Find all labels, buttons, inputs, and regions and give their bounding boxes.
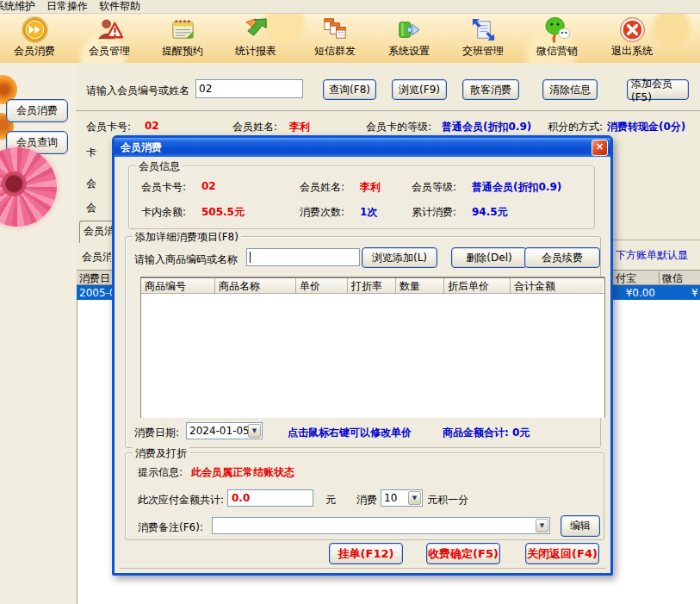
divider: [613, 240, 700, 240]
menu-bar: 系统维护 日常操作 软件帮助: [0, 0, 700, 14]
text-caret: [250, 252, 251, 263]
bg-partial-label: 会: [86, 177, 96, 191]
card-value: 02: [201, 180, 216, 192]
chevron-down-icon[interactable]: ▼: [536, 519, 548, 532]
member-level-value: 普通会员(折扣0.9): [442, 120, 531, 134]
notepad-icon: [154, 16, 211, 43]
dialog-title-bar[interactable]: 会员消费: [115, 138, 610, 157]
exit-icon: [604, 16, 660, 43]
balance-label: 卡内余额:: [141, 205, 186, 220]
group-legend: 会员信息: [136, 159, 183, 174]
bg-col-date: 消费日: [79, 271, 114, 286]
menu-item-software-help[interactable]: 软件帮助: [99, 0, 140, 14]
col-discount-rate[interactable]: 打折率: [348, 278, 396, 293]
hold-order-button[interactable]: 挂单(F12): [329, 543, 403, 564]
col-discounted-price[interactable]: 折后单价: [444, 278, 511, 293]
toolbar-sms[interactable]: 短信群发: [307, 16, 363, 61]
member-name-value: 李利: [289, 120, 310, 134]
toolbar-label: 提醒预约: [154, 44, 211, 59]
search-label: 请输入会员编号或姓名: [86, 84, 189, 98]
member-renew-button[interactable]: 会员续费: [524, 247, 600, 268]
card-label: 会员卡号:: [141, 180, 186, 195]
clear-info-button[interactable]: 清除信息: [542, 79, 598, 100]
toolbar-label: 短信群发: [307, 44, 363, 59]
sidebar-member-consume-button[interactable]: 会员消费: [6, 99, 68, 122]
col-unit-price[interactable]: 单价: [296, 278, 348, 293]
items-table-header: 商品编号 商品名称 单价 打折率 数量 折后单价 合计金额: [141, 278, 604, 294]
amount-due-input[interactable]: 0.0: [227, 489, 313, 507]
points-rate-combobox[interactable]: 10 ▼: [381, 489, 423, 507]
toolbar-reminder[interactable]: 提醒预约: [154, 16, 211, 61]
menu-item-daily-operation[interactable]: 日常操作: [46, 0, 88, 14]
name-label: 会员姓名:: [300, 180, 344, 195]
count-value: 1次: [360, 205, 377, 220]
bg-col-alipay: 付宝: [616, 271, 657, 286]
divider: [120, 568, 605, 569]
bg-cell-date: 2005-0: [79, 287, 114, 299]
points-rate-value: 10: [384, 492, 397, 504]
toolbar-report[interactable]: 统计报表: [227, 16, 284, 61]
member-card-label: 会员卡号:: [86, 120, 131, 134]
note-label: 消费备注(F6):: [138, 520, 203, 535]
tab-member-consume-record[interactable]: 会员消: [79, 221, 115, 243]
toolbar-label: 退出系统: [604, 44, 660, 59]
bg-partial-label: 卡: [86, 146, 96, 160]
member-search-input[interactable]: 02: [195, 79, 303, 98]
edit-note-button[interactable]: 编辑: [561, 515, 600, 537]
toolbar-wechat[interactable]: 微信营销: [529, 16, 585, 61]
member-name-label: 会员姓名:: [232, 120, 277, 134]
fast-forward-icon: [6, 16, 63, 43]
app-window: 系统维护 日常操作 软件帮助 会员消费 会员管理: [0, 0, 700, 604]
group-legend: 添加详细消费项目(F8): [133, 230, 241, 245]
toolbar-settings[interactable]: 系统设置: [381, 16, 437, 61]
walkin-consume-button[interactable]: 散客消费: [462, 79, 519, 100]
member-consume-dialog: 会员消费 × 会员信息 会员卡号: 02 会员姓名: 李利 会员等级: 普通会员…: [112, 135, 613, 576]
col-quantity[interactable]: 数量: [396, 278, 444, 293]
col-total-amount[interactable]: 合计金额: [511, 278, 602, 293]
query-button[interactable]: 查询(F8): [323, 79, 376, 100]
column-divider: [659, 271, 660, 283]
wechat-icon: [529, 16, 585, 43]
consume-note-combobox[interactable]: ▼: [212, 517, 550, 534]
col-product-name[interactable]: 商品名称: [215, 278, 296, 293]
toolbar-member-consume[interactable]: 会员消费: [6, 16, 63, 61]
bill-note-text: 下方账单默认显: [616, 248, 688, 263]
member-alert-icon: [81, 16, 138, 43]
amount-due-label: 此次应付金额共计:: [138, 493, 224, 507]
delete-button[interactable]: 删除(Del): [451, 247, 527, 268]
charge-confirm-button[interactable]: 收费确定(F5): [426, 543, 500, 564]
points-mode-label: 积分的方式:: [548, 120, 603, 134]
menu-item-system-maintenance[interactable]: 系统维护: [0, 0, 35, 14]
toolbar-member-manage[interactable]: 会员管理: [81, 16, 138, 61]
close-icon[interactable]: ×: [592, 140, 608, 156]
consume-date-combobox[interactable]: 2024-01-05 ▼: [186, 422, 263, 439]
toolbar-label: 交班管理: [455, 44, 511, 59]
bg-cell-wechat: ¥: [691, 287, 698, 299]
col-product-code[interactable]: 商品编号: [141, 278, 215, 293]
balance-value: 505.5元: [201, 205, 245, 220]
product-input-label: 请输入商品编码或名称: [134, 252, 238, 267]
browse-button[interactable]: 浏览(F9): [392, 79, 447, 100]
toolbar-label: 统计报表: [227, 44, 284, 59]
dialog-body: 会员信息 会员卡号: 02 会员姓名: 李利 会员等级: 普通会员(折扣0.9)…: [115, 157, 610, 573]
pink-flower-decoration: [0, 147, 57, 227]
toolbar-exit[interactable]: 退出系统: [604, 16, 660, 61]
toolbar-shift[interactable]: 交班管理: [455, 16, 511, 61]
close-return-button[interactable]: 关闭返回(F4): [525, 543, 599, 564]
items-total-amount: 商品金额合计: 0元: [443, 426, 530, 440]
add-member-button[interactable]: 添加会员(F5): [627, 79, 689, 100]
chevron-down-icon[interactable]: ▼: [248, 424, 261, 438]
product-code-input[interactable]: [246, 248, 360, 266]
member-card-value: 02: [145, 120, 159, 132]
total-consume-label: 累计消费:: [412, 205, 456, 220]
consume-date-label: 消费日期:: [134, 426, 179, 440]
chevron-down-icon[interactable]: ▼: [408, 491, 421, 505]
settings-icon: [381, 16, 437, 43]
tip-value: 此会员属正常结账状态: [191, 465, 294, 480]
add-items-group: 添加详细消费项目(F8) 请输入商品编码或名称 浏览添加(L) 删除(Del) …: [125, 236, 601, 448]
member-info-group: 会员信息 会员卡号: 02 会员姓名: 李利 会员等级: 普通会员(折扣0.9)…: [128, 165, 595, 229]
level-label: 会员等级:: [412, 180, 456, 195]
items-table-body[interactable]: [141, 294, 604, 418]
right-click-hint: 点击鼠标右键可以修改单价: [288, 426, 412, 440]
browse-add-button[interactable]: 浏览添加(L): [362, 247, 437, 268]
